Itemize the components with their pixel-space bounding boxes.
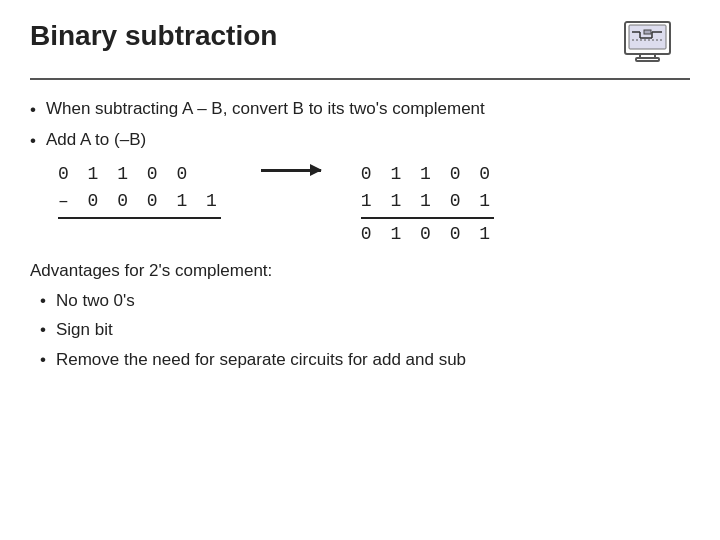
bullet-item-1: • When subtracting A – B, convert B to i… — [30, 96, 690, 123]
adv-text-1: No two 0's — [56, 288, 690, 314]
adv-item-3: • Remove the need for separate circuits … — [40, 347, 690, 373]
advantages-list: • No two 0's • Sign bit • Remove the nee… — [40, 288, 690, 373]
svg-rect-9 — [644, 30, 651, 34]
bullet-item-2: • Add A to (–B) — [30, 127, 690, 154]
bullet-dot-2: • — [30, 128, 36, 154]
slide-container: Binary subtraction — [0, 0, 720, 540]
adv-item-1: • No two 0's — [40, 288, 690, 314]
slide-title: Binary subtraction — [30, 20, 277, 52]
adv-dot-1: • — [40, 288, 46, 314]
arith-right-row1: 0 1 1 0 0 — [361, 161, 494, 188]
adv-dot-3: • — [40, 347, 46, 373]
bullet-dot-1: • — [30, 97, 36, 123]
bullet-text-2: Add A to (–B) — [46, 127, 690, 153]
arithmetic-section: 0 1 1 0 0 – 0 0 0 1 1 0 1 1 0 0 1 1 1 0 … — [58, 161, 690, 248]
arith-right-row3: 0 1 0 0 1 — [361, 221, 494, 248]
adv-text-2: Sign bit — [56, 317, 690, 343]
arith-left-row1: 0 1 1 0 0 — [58, 161, 221, 188]
svg-rect-3 — [636, 58, 659, 61]
circuit-icon — [620, 20, 685, 65]
content-area: • When subtracting A – B, convert B to i… — [30, 96, 690, 373]
arith-left: 0 1 1 0 0 – 0 0 0 1 1 — [58, 161, 221, 221]
svg-rect-1 — [629, 25, 666, 49]
advantages-section: Advantages for 2's complement: • No two … — [30, 258, 690, 373]
adv-item-2: • Sign bit — [40, 317, 690, 343]
arith-right: 0 1 1 0 0 1 1 1 0 1 0 1 0 0 1 — [361, 161, 494, 248]
bullet-text-1: When subtracting A – B, convert B to its… — [46, 96, 690, 122]
adv-text-3: Remove the need for separate circuits fo… — [56, 347, 690, 373]
arrow-area — [261, 169, 321, 172]
advantages-title: Advantages for 2's complement: — [30, 258, 690, 284]
arrow-line — [261, 169, 321, 172]
slide-header: Binary subtraction — [30, 20, 690, 80]
arith-left-row2: – 0 0 0 1 1 — [58, 188, 221, 219]
main-bullet-list: • When subtracting A – B, convert B to i… — [30, 96, 690, 155]
circuit-icon-area — [620, 20, 690, 70]
arith-right-row2: 1 1 1 0 1 — [361, 188, 494, 219]
adv-dot-2: • — [40, 317, 46, 343]
